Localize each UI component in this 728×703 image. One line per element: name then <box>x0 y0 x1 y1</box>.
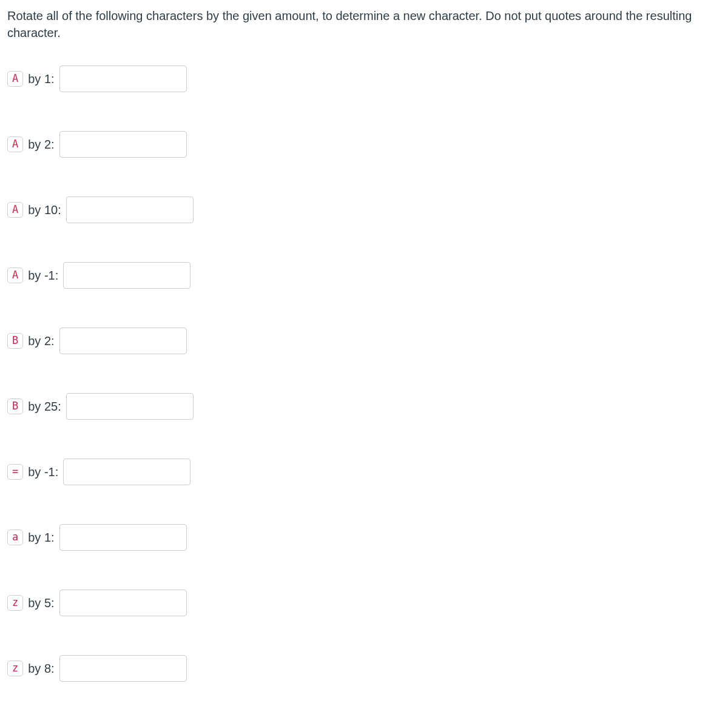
question-row: =by -1: <box>7 459 721 485</box>
question-row: Aby 2: <box>7 131 721 158</box>
question-row: Bby 2: <box>7 328 721 354</box>
character-box: z <box>7 595 23 611</box>
character-box: A <box>7 267 23 283</box>
character-box: B <box>7 399 23 414</box>
character-box: A <box>7 136 23 152</box>
character-box: = <box>7 464 23 480</box>
question-row: zby 8: <box>7 655 721 682</box>
answer-input[interactable] <box>59 131 187 158</box>
question-row: zby 5: <box>7 590 721 616</box>
by-amount-label: by 1: <box>28 529 54 546</box>
answer-input[interactable] <box>59 328 187 354</box>
by-amount-label: by -1: <box>28 463 58 480</box>
question-row: Bby 25: <box>7 393 721 420</box>
question-row: Aby -1: <box>7 262 721 289</box>
instructions-text: Rotate all of the following characters b… <box>7 7 721 41</box>
by-amount-label: by 2: <box>28 136 54 153</box>
questions-list: Aby 1:Aby 2:Aby 10:Aby -1:Bby 2:Bby 25:=… <box>7 66 721 703</box>
question-row: Aby 10: <box>7 197 721 223</box>
answer-input[interactable] <box>59 590 187 616</box>
answer-input[interactable] <box>63 262 190 289</box>
answer-input[interactable] <box>59 66 187 92</box>
answer-input[interactable] <box>66 393 194 420</box>
answer-input[interactable] <box>63 459 190 485</box>
answer-input[interactable] <box>66 197 194 223</box>
by-amount-label: by 2: <box>28 332 54 349</box>
by-amount-label: by -1: <box>28 267 58 284</box>
by-amount-label: by 10: <box>28 201 61 218</box>
character-box: B <box>7 333 23 349</box>
by-amount-label: by 8: <box>28 660 54 677</box>
question-row: aby 1: <box>7 524 721 551</box>
question-row: Aby 1: <box>7 66 721 92</box>
character-box: z <box>7 661 23 676</box>
by-amount-label: by 1: <box>28 70 54 87</box>
by-amount-label: by 25: <box>28 398 61 415</box>
answer-input[interactable] <box>59 655 187 682</box>
answer-input[interactable] <box>59 524 187 551</box>
by-amount-label: by 5: <box>28 594 54 611</box>
character-box: A <box>7 71 23 87</box>
character-box: a <box>7 530 23 545</box>
character-box: A <box>7 202 23 218</box>
